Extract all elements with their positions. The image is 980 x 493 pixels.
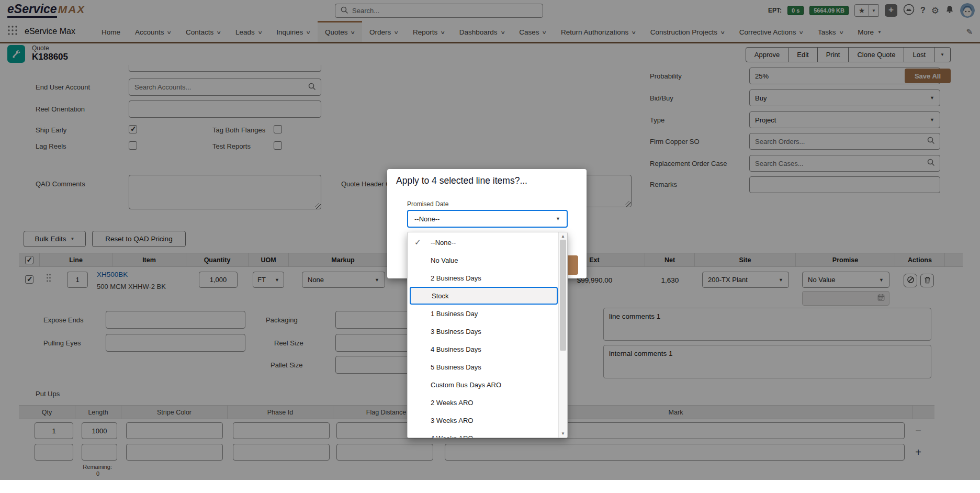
option-stock[interactable]: Stock (410, 287, 558, 305)
promised-date-option-list: ✓--None-- No Value 2 Business Days Stock… (407, 232, 568, 438)
scroll-up-icon[interactable]: ▲ (561, 234, 565, 239)
scroll-down-icon[interactable]: ▼ (561, 431, 565, 436)
dropdown-scrollbar[interactable]: ▲ ▼ (558, 232, 567, 438)
option-3-weeks-aro[interactable]: 3 Weeks ARO (408, 411, 556, 429)
option-custom-bus-days-aro[interactable]: Custom Bus Days ARO (408, 376, 556, 394)
option-5-business-days[interactable]: 5 Business Days (408, 358, 556, 376)
scrollbar-thumb[interactable] (560, 240, 566, 351)
option-none[interactable]: ✓--None-- (408, 233, 556, 251)
page: eServiceMAX EPT: 0 s 5664.09 KB ★ ▼ + ? … (0, 0, 980, 493)
option-3-business-days[interactable]: 3 Business Days (408, 322, 556, 340)
promised-date-combobox[interactable]: --None--▼ (407, 210, 568, 228)
promised-date-label: Promised Date (407, 200, 448, 208)
option-1-business-day[interactable]: 1 Business Day (408, 305, 556, 322)
option-no-value[interactable]: No Value (408, 251, 556, 269)
option-4-business-days[interactable]: 4 Business Days (408, 340, 556, 358)
check-icon: ✓ (414, 238, 421, 247)
caret-down-icon: ▼ (556, 216, 560, 221)
option-4-weeks-aro[interactable]: 4 Weeks ARO (408, 429, 556, 438)
option-2-business-days[interactable]: 2 Business Days (408, 269, 556, 287)
modal-title: Apply to 4 selected line items?... (396, 175, 527, 186)
option-2-weeks-aro[interactable]: 2 Weeks ARO (408, 394, 556, 411)
